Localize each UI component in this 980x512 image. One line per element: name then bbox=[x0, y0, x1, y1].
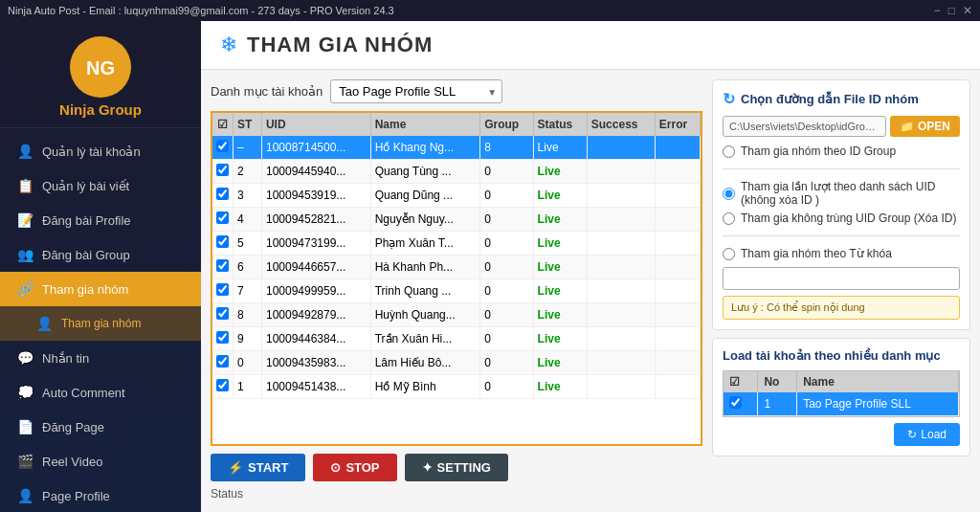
table-row[interactable]: – 10008714500... Hồ Khang Ng... 8 Live bbox=[212, 136, 701, 160]
radio-option-2[interactable]: Tham gia lần lượt theo danh sách UID (kh… bbox=[723, 180, 960, 207]
accounts-table-container: ☑ ST UID Name Group Status Success Error bbox=[211, 111, 702, 446]
profile-icon: 👤 bbox=[15, 486, 34, 505]
col-check: ☑ bbox=[212, 113, 234, 136]
sidebar-item-nhan-tin[interactable]: 💬 Nhắn tin bbox=[0, 341, 201, 375]
col-st: ST bbox=[234, 113, 262, 136]
row-checkbox[interactable] bbox=[212, 256, 234, 279]
sidebar-item-tham-gia-nhom[interactable]: 🔗 Tham gia nhóm bbox=[0, 272, 201, 306]
row-checkbox[interactable] bbox=[212, 232, 234, 256]
maximize-button[interactable]: □ bbox=[948, 4, 955, 17]
radio-keyword[interactable] bbox=[723, 248, 735, 260]
sidebar-item-dang-page[interactable]: 📄 Đăng Page bbox=[0, 410, 201, 444]
load-col-name: Name bbox=[797, 371, 959, 392]
radio-group: Tham gia nhóm theo ID Group Tham gia lần… bbox=[723, 145, 960, 290]
load-btn-row: ↻ Load bbox=[723, 423, 960, 446]
row-success bbox=[587, 351, 655, 375]
row-checkbox[interactable] bbox=[212, 136, 234, 160]
row-uid: 10009473199... bbox=[261, 232, 370, 256]
row-success bbox=[587, 184, 655, 208]
table-row[interactable]: 5 10009473199... Phạm Xuân T... 0 Live bbox=[212, 232, 701, 256]
title-bar-text: Ninja Auto Post - Email : luquynhmai99@g… bbox=[8, 5, 394, 16]
sidebar-item-quan-ly-bai-viet[interactable]: 📋 Quản lý bài viết bbox=[0, 168, 201, 203]
radio-id-group[interactable] bbox=[723, 145, 735, 158]
row-status: Live bbox=[533, 327, 587, 351]
load-button[interactable]: ↻ Load bbox=[894, 423, 960, 446]
row-group: 0 bbox=[480, 327, 533, 351]
radio-option-1[interactable]: Tham gia nhóm theo ID Group bbox=[723, 145, 960, 158]
close-button[interactable]: ✕ bbox=[963, 4, 972, 17]
stop-button[interactable]: ⊙ STOP bbox=[313, 454, 396, 481]
row-uid: 10008714500... bbox=[261, 136, 370, 160]
row-status: Live bbox=[533, 279, 587, 303]
row-group: 0 bbox=[480, 232, 533, 256]
row-checkbox[interactable] bbox=[212, 160, 234, 184]
refresh-icon[interactable]: ↻ bbox=[723, 90, 735, 108]
sidebar-item-auto-comment[interactable]: 💭 Auto Comment bbox=[0, 375, 201, 410]
radio-no-dup-label: Tham gia không trùng UID Group (Xóa ID) bbox=[741, 211, 956, 225]
minimize-button[interactable]: − bbox=[934, 4, 941, 17]
setting-button[interactable]: ✦ SETTING bbox=[405, 454, 508, 481]
window-controls[interactable]: − □ ✕ bbox=[934, 4, 972, 17]
danh-muc-select[interactable]: Tao Page Profile SLL bbox=[330, 79, 502, 103]
row-checkbox[interactable] bbox=[212, 208, 234, 232]
row-status: Live bbox=[533, 136, 587, 160]
row-success bbox=[587, 256, 655, 279]
sidebar-label: Nhắn tin bbox=[42, 351, 89, 366]
table-row[interactable]: 1 10009451438... Hồ Mỹ Bình 0 Live bbox=[212, 375, 701, 399]
sidebar-item-reel-video[interactable]: 🎬 Reel Video bbox=[0, 444, 201, 479]
row-uid: 10009499959... bbox=[261, 279, 370, 303]
row-name: Lâm Hiếu Bô... bbox=[370, 351, 480, 375]
row-checkbox[interactable] bbox=[212, 327, 234, 351]
row-success bbox=[587, 303, 655, 327]
row-success bbox=[587, 327, 655, 351]
row-st: 6 bbox=[234, 256, 262, 279]
row-checkbox[interactable] bbox=[212, 303, 234, 327]
row-error bbox=[655, 256, 700, 279]
keyword-input[interactable] bbox=[723, 267, 960, 290]
row-checkbox[interactable] bbox=[212, 375, 234, 399]
start-button[interactable]: ⚡ START bbox=[211, 454, 305, 481]
open-file-button[interactable]: 📁 OPEN bbox=[890, 116, 960, 137]
radio-option-4[interactable]: Tham gia nhóm theo Từ khóa bbox=[723, 247, 960, 260]
radio-uid-list[interactable] bbox=[723, 188, 735, 200]
sidebar-label: Đăng bài Group bbox=[42, 248, 130, 262]
table-row[interactable]: 8 10009492879... Huỳnh Quang... 0 Live bbox=[212, 303, 701, 327]
load-row-name: Tao Page Profile SLL bbox=[797, 392, 959, 416]
load-table-row[interactable]: 1 Tao Page Profile SLL bbox=[724, 392, 959, 416]
load-table: ☑ No Name 1 Tao Page Profile SLL bbox=[724, 371, 959, 416]
title-bar: Ninja Auto Post - Email : luquynhmai99@g… bbox=[0, 0, 980, 21]
table-row[interactable]: 7 10009499959... Trinh Quang ... 0 Live bbox=[212, 279, 701, 303]
sidebar-item-page-profile[interactable]: 👤 Page Profile bbox=[0, 479, 201, 512]
row-uid: 10009446657... bbox=[261, 256, 370, 279]
row-checkbox[interactable] bbox=[212, 184, 234, 208]
radio-option-3[interactable]: Tham gia không trùng UID Group (Xóa ID) bbox=[723, 211, 960, 225]
table-row[interactable]: 0 10009435983... Lâm Hiếu Bô... 0 Live bbox=[212, 351, 701, 375]
setting-label: SETTING bbox=[437, 460, 491, 475]
divider2 bbox=[723, 235, 960, 236]
row-name: Phạm Xuân T... bbox=[370, 232, 480, 256]
load-row-check[interactable] bbox=[724, 392, 758, 416]
sidebar-item-dang-bai-profile[interactable]: 📝 Đăng bài Profile bbox=[0, 203, 201, 237]
table-row[interactable]: 6 10009446657... Hà Khanh Ph... 0 Live bbox=[212, 256, 701, 279]
stop-icon: ⊙ bbox=[330, 460, 341, 475]
row-checkbox[interactable] bbox=[212, 279, 234, 303]
sidebar-item-tham-gia-nhom-sub[interactable]: 👤 Tham gia nhóm bbox=[0, 306, 201, 341]
load-label: Load bbox=[921, 428, 947, 441]
select-wrapper[interactable]: Tao Page Profile SLL bbox=[330, 79, 502, 103]
row-st: 5 bbox=[234, 232, 262, 256]
row-checkbox[interactable] bbox=[212, 351, 234, 375]
radio-no-dup[interactable] bbox=[723, 212, 735, 225]
sidebar-item-quan-ly-tai-khoan[interactable]: 👤 Quản lý tài khoản bbox=[0, 134, 201, 168]
group-icon: 👥 bbox=[15, 245, 34, 264]
comment-icon: 💭 bbox=[15, 383, 34, 402]
row-name: Hồ Mỹ Bình bbox=[370, 375, 480, 399]
table-row[interactable]: 9 10009446384... Trần Xuân Hi... 0 Live bbox=[212, 327, 701, 351]
file-section: ↻ Chọn đường dẫn File ID nhóm C:\Users\v… bbox=[712, 79, 970, 330]
table-row[interactable]: 4 10009452821... Nguyễn Nguy... 0 Live bbox=[212, 208, 701, 232]
table-row[interactable]: 2 10009445940... Quang Tùng ... 0 Live bbox=[212, 160, 701, 184]
load-row-no: 1 bbox=[758, 392, 797, 416]
row-name: Trần Xuân Hi... bbox=[370, 327, 480, 351]
sidebar-item-dang-bai-group[interactable]: 👥 Đăng bài Group bbox=[0, 237, 201, 272]
table-row[interactable]: 3 10009453919... Quang Dũng ... 0 Live bbox=[212, 184, 701, 208]
row-uid: 10009435983... bbox=[261, 351, 370, 375]
